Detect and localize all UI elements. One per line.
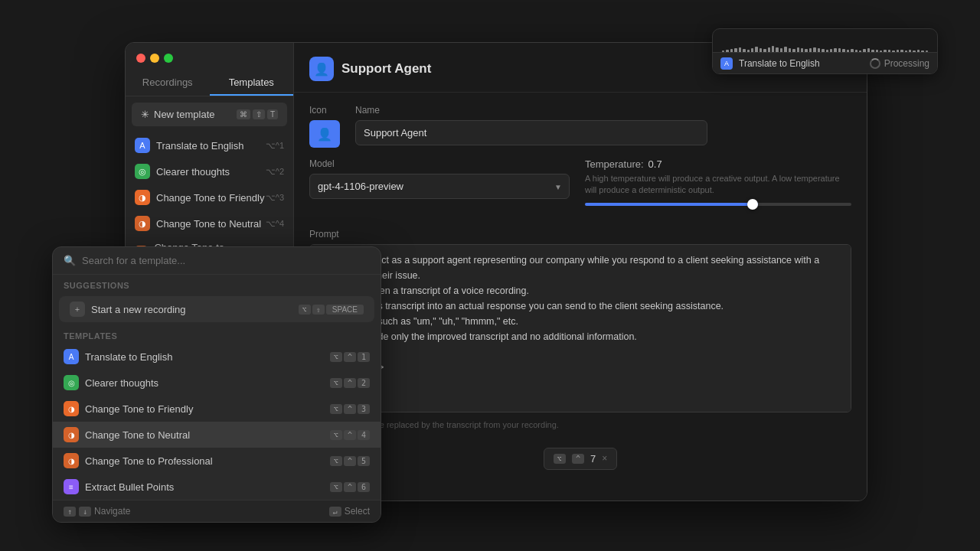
enter-icon: ↵: [329, 507, 341, 517]
header-icon: 👤: [309, 57, 334, 81]
spinner-icon: [870, 58, 880, 69]
search-input[interactable]: [82, 255, 370, 266]
nav-down-icon: ↓: [79, 507, 91, 517]
navigate-label: Navigate: [94, 506, 130, 517]
sidebar-item-friendly[interactable]: ◑ Change Tone to Friendly ⌥^3: [126, 184, 293, 210]
temperature-group: Temperature: 0.7 A high temperature will…: [585, 158, 851, 206]
temp-description: A high temperature will produce a creati…: [585, 173, 851, 197]
sidebar-item-clearer[interactable]: ◎ Clearer thoughts ⌥^2: [126, 158, 293, 184]
start-recording-label: Start a new recording: [91, 304, 186, 315]
prompt-textarea[interactable]: I want you to act as a support agent rep…: [309, 244, 851, 412]
clearer-label: Clearer thoughts: [156, 166, 230, 178]
icon-picker[interactable]: 👤: [309, 120, 340, 148]
new-template-button[interactable]: ✳ New template ⌘ ⇧ T: [132, 103, 287, 126]
neutral-label: Change Tone to Neutral: [156, 218, 261, 230]
templates-section-label: Templates: [53, 325, 381, 344]
name-label: Name: [355, 105, 851, 116]
popup-neutral-label: Change Tone to Neutral: [85, 429, 190, 441]
popup-item-friendly[interactable]: ◑ Change Tone to Friendly ⌥ ^ 3: [53, 396, 381, 422]
friendly-icon: ◑: [135, 190, 150, 205]
search-shortcut-ctrl: ^: [572, 454, 584, 464]
popup-item-clearer[interactable]: ◎ Clearer thoughts ⌥ ^ 2: [53, 370, 381, 396]
icon-group: Icon 👤: [309, 105, 340, 148]
search-popup: 🔍 Suggestions + Start a new recording ⌥ …: [52, 246, 381, 523]
popup-clearer-icon: ◎: [64, 375, 79, 390]
popup-translate-label: Translate to English: [85, 351, 172, 363]
popup-friendly-label: Change Tone to Friendly: [85, 403, 193, 415]
close-button[interactable]: [136, 54, 145, 63]
waveform-template-icon: A: [720, 57, 733, 70]
asterisk-icon: ✳: [141, 109, 149, 120]
friendly-label: Change Tone to Friendly: [156, 192, 264, 204]
neutral-shortcut: ⌥^4: [266, 219, 284, 229]
footer-navigate: ↑ ↓ Navigate: [64, 506, 130, 517]
content-title: Support Agent: [341, 61, 431, 77]
popup-neutral-num: 4: [358, 430, 370, 440]
popup-bullets-num: 6: [358, 482, 370, 492]
temp-label: Temperature:: [585, 158, 644, 170]
footer-select: ↵ Select: [329, 506, 370, 517]
popup-item-professional[interactable]: ◑ Change Tone to Professional ⌥ ^ 5: [53, 448, 381, 474]
clearer-icon: ◎: [135, 164, 150, 179]
t-key: T: [267, 109, 278, 119]
model-group: Model gpt-4-1106-preview ▼: [309, 158, 570, 199]
sidebar-item-neutral[interactable]: ◑ Change Tone to Neutral ⌥^4: [126, 210, 293, 236]
popup-translate-icon: A: [64, 349, 79, 364]
popup-footer: ↑ ↓ Navigate ↵ Select: [53, 500, 381, 522]
popup-item-neutral[interactable]: ◑ Change Tone to Neutral ⌥ ^ 4: [53, 422, 381, 448]
sidebar-item-translate[interactable]: A Translate to English ⌥^1: [126, 132, 293, 158]
select-label: Select: [345, 506, 370, 517]
sidebar-tabs: Recordings Templates: [126, 70, 293, 96]
processing-label: Processing: [884, 58, 929, 69]
prompt-hint: Use a variable to be replaced by the tra…: [309, 420, 851, 429]
tab-recordings[interactable]: Recordings: [126, 70, 210, 96]
name-group: Name: [355, 105, 851, 148]
search-shortcut-alt: ⌥: [554, 454, 566, 464]
popup-translate-num: 1: [358, 352, 370, 362]
popup-bullets-icon: ≡: [64, 479, 79, 494]
tab-templates[interactable]: Templates: [210, 70, 294, 96]
temp-value: 0.7: [648, 158, 662, 170]
search-input-row: 🔍: [53, 247, 381, 275]
prompt-label: Prompt: [309, 229, 851, 240]
search-close-icon[interactable]: ×: [602, 453, 607, 464]
waveform-footer: A Translate to English Processing: [713, 52, 937, 73]
search-icon: 🔍: [64, 255, 76, 266]
popup-professional-num: 5: [358, 456, 370, 466]
temperature-slider[interactable]: [585, 203, 851, 206]
start-recording-icon: +: [70, 302, 85, 317]
shift-key-space: ⇧: [312, 305, 325, 315]
cmd-key: ⌘: [237, 109, 250, 119]
start-recording-shortcuts: ⌥ ⇧ SPACE: [299, 305, 364, 315]
popup-professional-label: Change Tone to Professional: [85, 455, 213, 467]
popup-item-translate[interactable]: A Translate to English ⌥ ^ 1: [53, 344, 381, 370]
translate-label: Translate to English: [156, 140, 243, 152]
maximize-button[interactable]: [164, 54, 173, 63]
model-label: Model: [309, 158, 570, 169]
icon-label: Icon: [309, 105, 340, 116]
start-recording-item[interactable]: + Start a new recording ⌥ ⇧ SPACE: [59, 296, 374, 322]
minimize-button[interactable]: [150, 54, 159, 63]
popup-clearer-num: 2: [358, 378, 370, 388]
slider-thumb: [747, 199, 758, 210]
waveform-template-label: Translate to English: [739, 58, 864, 69]
neutral-icon: ◑: [135, 216, 150, 231]
waveform-panel: A Translate to English Processing: [712, 28, 938, 74]
suggestions-label: Suggestions: [53, 275, 381, 293]
clearer-shortcut: ⌥^2: [266, 167, 284, 177]
popup-professional-icon: ◑: [64, 453, 79, 468]
space-key: SPACE: [326, 305, 364, 315]
alt-key: ⌥: [299, 305, 311, 315]
popup-bullets-label: Extract Bullet Points: [85, 481, 174, 493]
processing-status: Processing: [870, 58, 929, 69]
popup-item-bullets[interactable]: ≡ Extract Bullet Points ⌥ ^ 6: [53, 474, 381, 500]
translate-icon: A: [135, 138, 150, 153]
popup-friendly-icon: ◑: [64, 401, 79, 416]
search-count-box: ⌥ ^ 7 ×: [544, 448, 617, 470]
model-select[interactable]: gpt-4-1106-preview: [309, 174, 570, 199]
search-count-number: 7: [590, 453, 596, 465]
window-controls: [126, 43, 293, 70]
friendly-shortcut: ⌥^3: [266, 193, 284, 203]
popup-neutral-icon: ◑: [64, 427, 79, 442]
name-input[interactable]: [355, 120, 707, 145]
